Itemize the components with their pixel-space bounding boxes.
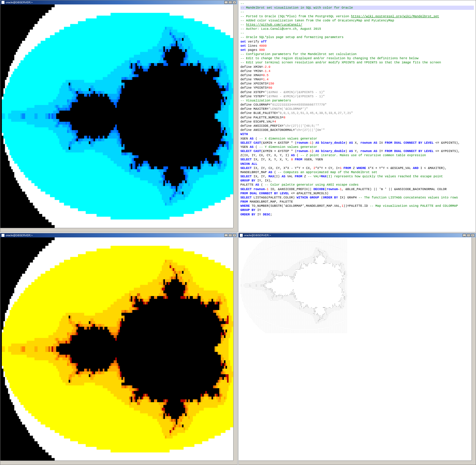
terminal-blue-mandelbrot: oracle@DBSERVER:~ _ □ × [0, 0, 238, 232]
titlebar-text-tl: oracle@DBSERVER:~ [6, 1, 224, 4]
scrollbar-corner [233, 228, 237, 232]
titlebar-text-br: oracle@DBSERVER:~ [244, 234, 463, 237]
titlebar-br[interactable]: oracle@DBSERVER:~ _ □ × [239, 233, 476, 237]
mandelbrot-yellow-canvas [0, 237, 233, 461]
close-button[interactable]: × [233, 234, 236, 237]
vertical-scrollbar[interactable] [233, 4, 237, 228]
close-button[interactable]: × [471, 234, 475, 237]
horizontal-scrollbar[interactable] [0, 461, 233, 465]
app-icon [1, 234, 4, 237]
maximize-button[interactable]: □ [228, 1, 232, 4]
horizontal-scrollbar[interactable] [0, 228, 233, 232]
maximize-button[interactable]: □ [228, 234, 232, 237]
terminal-ascii-mandelbrot: oracle@DBSERVER:~ _ □ × ................… [238, 233, 476, 465]
titlebar-tl[interactable]: oracle@DBSERVER:~ _ □ × [0, 0, 237, 4]
scrollbar-corner [233, 461, 237, 465]
terminal-yellow-mandelbrot: oracle@DBSERVER:~ _ □ × [0, 233, 238, 465]
minimize-button[interactable]: _ [224, 1, 228, 4]
mandelbrot-blue-canvas [0, 4, 233, 228]
close-button[interactable]: × [233, 1, 236, 4]
ascii-output-text: ........................................… [240, 238, 475, 333]
minimize-button[interactable]: _ [224, 234, 228, 237]
scrollbar-corner [472, 461, 476, 465]
vertical-scrollbar[interactable] [233, 237, 237, 461]
app-icon [1, 1, 4, 4]
vertical-scrollbar[interactable] [472, 237, 476, 461]
sql-source-pane: ---- Mandelbrot set visualization in SQL… [238, 0, 476, 232]
mandelbrot-ascii-output: ........................................… [239, 237, 476, 465]
app-icon [240, 234, 243, 237]
titlebar-bl[interactable]: oracle@DBSERVER:~ _ □ × [0, 233, 237, 237]
titlebar-text-bl: oracle@DBSERVER:~ [6, 234, 224, 237]
horizontal-scrollbar[interactable] [239, 461, 472, 465]
minimize-button[interactable]: _ [463, 234, 466, 237]
maximize-button[interactable]: □ [467, 234, 470, 237]
